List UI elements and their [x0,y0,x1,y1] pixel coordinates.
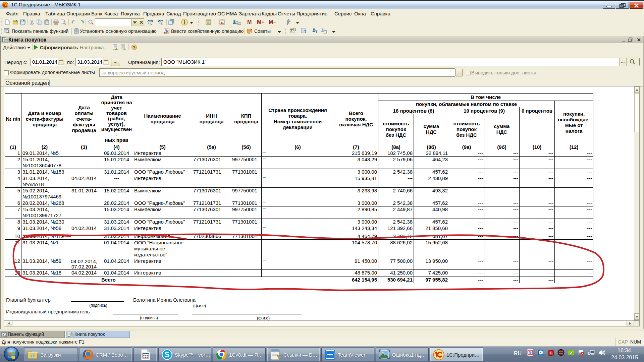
svg-text:Т: Т [304,30,306,34]
svg-text:?: ? [250,28,252,32]
svg-text:Т: Т [315,30,317,34]
svg-text:G: G [529,350,532,354]
svg-text:?: ? [133,45,135,50]
svg-text:к: к [167,29,169,33]
svg-text:Σ: Σ [290,29,292,33]
svg-text:31: 31 [220,21,224,24]
svg-text:C: C [550,351,552,355]
